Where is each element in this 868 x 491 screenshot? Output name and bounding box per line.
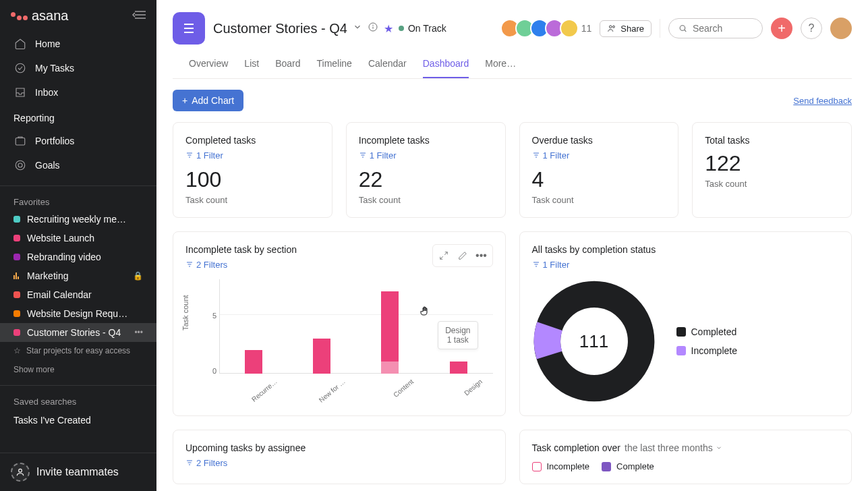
fav-customer-stories[interactable]: Customer Stories - Q4••• xyxy=(0,323,156,342)
bars-icon xyxy=(13,272,20,279)
filter-link[interactable]: 2 Filters xyxy=(185,458,227,468)
chevron-down-icon xyxy=(716,444,722,451)
fav-email-calendar[interactable]: Email Calendar xyxy=(0,285,156,304)
collapse-sidebar-icon[interactable] xyxy=(132,10,146,22)
legend-item: Complete xyxy=(602,461,654,471)
primary-nav: Home My Tasks Inbox xyxy=(0,29,156,107)
stat-completed[interactable]: Completed tasks 1 Filter 100 Task count xyxy=(173,122,332,218)
search-box[interactable] xyxy=(668,18,763,38)
plus-icon: + xyxy=(182,95,187,106)
completion-over-card[interactable]: Task completion over the last three mont… xyxy=(519,430,852,484)
upcoming-tasks-card[interactable]: Upcoming tasks by assignee 2 Filters xyxy=(173,430,506,484)
tab-dashboard[interactable]: Dashboard xyxy=(423,51,469,78)
filter-icon xyxy=(532,151,540,159)
favorites-heading: Favorites xyxy=(0,192,156,210)
bar-chart-card[interactable]: Incomplete task by section 2 Filters •••… xyxy=(173,231,506,416)
nav-label: Inbox xyxy=(35,87,58,98)
svg-line-31 xyxy=(440,256,442,259)
tab-more[interactable]: More… xyxy=(485,51,516,78)
stat-total[interactable]: Total tasks 122 Task count xyxy=(692,122,852,218)
stat-value: 22 xyxy=(359,167,493,192)
stat-overdue[interactable]: Overdue tasks 1 Filter 4 Task count xyxy=(519,122,679,218)
filter-icon xyxy=(185,151,194,159)
check-circle-icon xyxy=(13,61,27,75)
project-icon[interactable] xyxy=(173,12,205,45)
member-avatars[interactable]: 11 xyxy=(504,19,592,38)
nav-inbox[interactable]: Inbox xyxy=(5,80,151,105)
show-more-link[interactable]: Show more xyxy=(0,359,156,380)
project-title: Customer Stories - Q4 xyxy=(213,21,347,36)
tab-calendar[interactable]: Calendar xyxy=(368,51,407,78)
donut-chart: 111 xyxy=(532,279,656,403)
more-icon[interactable]: ••• xyxy=(134,328,143,337)
donut-center-value: 111 xyxy=(532,279,656,403)
legend-item: Incomplete xyxy=(532,461,590,471)
project-status[interactable]: On Track xyxy=(399,23,446,34)
logo[interactable]: asana xyxy=(11,8,69,24)
legend-item: Incomplete xyxy=(676,345,737,356)
user-avatar[interactable] xyxy=(830,18,852,39)
svg-point-14 xyxy=(610,26,612,28)
more-icon[interactable]: ••• xyxy=(473,248,490,264)
svg-point-16 xyxy=(680,26,685,31)
fav-recruiting[interactable]: Recruiting weekly me… xyxy=(0,210,156,229)
donut-chart-card[interactable]: All tasks by completion status 1 Filter … xyxy=(519,231,852,416)
filter-link[interactable]: 1 Filter xyxy=(359,150,397,161)
svg-line-17 xyxy=(685,30,687,32)
send-feedback-link[interactable]: Send feedback xyxy=(793,96,852,106)
svg-point-5 xyxy=(16,161,25,170)
filter-icon xyxy=(359,151,367,159)
chevron-down-icon[interactable] xyxy=(353,22,362,34)
avatar-count: 11 xyxy=(581,23,592,34)
filter-icon xyxy=(185,459,194,467)
favorites-list: Recruiting weekly me… Website Launch Reb… xyxy=(0,210,156,342)
bottom-chart-row: Upcoming tasks by assignee 2 Filters Tas… xyxy=(173,430,852,484)
search-input[interactable] xyxy=(693,23,753,34)
nav-portfolios[interactable]: Portfolios xyxy=(5,129,151,153)
search-icon xyxy=(678,23,687,34)
fav-website-launch[interactable]: Website Launch xyxy=(0,229,156,248)
svg-rect-4 xyxy=(16,138,25,146)
filter-link[interactable]: 1 Filter xyxy=(532,150,570,161)
stat-incomplete[interactable]: Incomplete tasks 1 Filter 22 Task count xyxy=(346,122,506,218)
tab-overview[interactable]: Overview xyxy=(189,51,228,78)
add-chart-button[interactable]: +Add Chart xyxy=(173,90,243,111)
filter-link[interactable]: 1 Filter xyxy=(185,150,223,161)
fav-marketing[interactable]: Marketing 🔒 xyxy=(0,266,156,285)
saved-searches-heading: Saved searches xyxy=(0,391,156,409)
global-add-button[interactable]: + xyxy=(771,18,792,39)
nav-label: Home xyxy=(35,38,60,49)
filter-link[interactable]: 1 Filter xyxy=(532,260,570,270)
fav-rebranding[interactable]: Rebranding video xyxy=(0,248,156,266)
star-hint: ☆Star projects for easy access xyxy=(0,342,156,359)
nav-goals[interactable]: Goals xyxy=(5,153,151,177)
info-icon[interactable] xyxy=(368,22,378,35)
main-content: Customer Stories - Q4 ★ On Track 11 Shar… xyxy=(156,0,868,491)
range-selector[interactable]: the last three months xyxy=(625,442,722,453)
grab-cursor-icon xyxy=(419,305,431,317)
help-button[interactable]: ? xyxy=(801,18,822,39)
people-icon xyxy=(607,24,616,33)
saved-tasks-created[interactable]: Tasks I've Created xyxy=(0,409,156,431)
lock-icon: 🔒 xyxy=(133,271,143,281)
edit-icon[interactable] xyxy=(455,248,471,264)
share-button[interactable]: Share xyxy=(600,20,652,37)
filter-link[interactable]: 2 Filters xyxy=(185,260,227,270)
fav-website-design[interactable]: Website Design Requ… xyxy=(0,304,156,323)
avatar xyxy=(560,19,579,38)
tab-board[interactable]: Board xyxy=(275,51,300,78)
nav-home[interactable]: Home xyxy=(5,32,151,56)
portfolio-icon xyxy=(13,134,27,148)
invite-teammates[interactable]: Invite teammates xyxy=(0,453,156,491)
chart-actions: ••• xyxy=(432,244,493,267)
expand-icon[interactable] xyxy=(436,248,452,264)
tab-timeline[interactable]: Timeline xyxy=(317,51,352,78)
svg-point-6 xyxy=(18,163,22,167)
nav-label: Goals xyxy=(35,160,60,171)
donut-legend: Completed Incomplete xyxy=(676,326,737,356)
star-icon[interactable]: ★ xyxy=(384,22,393,35)
tab-list[interactable]: List xyxy=(244,51,259,78)
chart-tooltip: Design 1 task xyxy=(438,321,478,349)
reporting-heading: Reporting xyxy=(0,107,156,126)
nav-my-tasks[interactable]: My Tasks xyxy=(5,56,151,80)
